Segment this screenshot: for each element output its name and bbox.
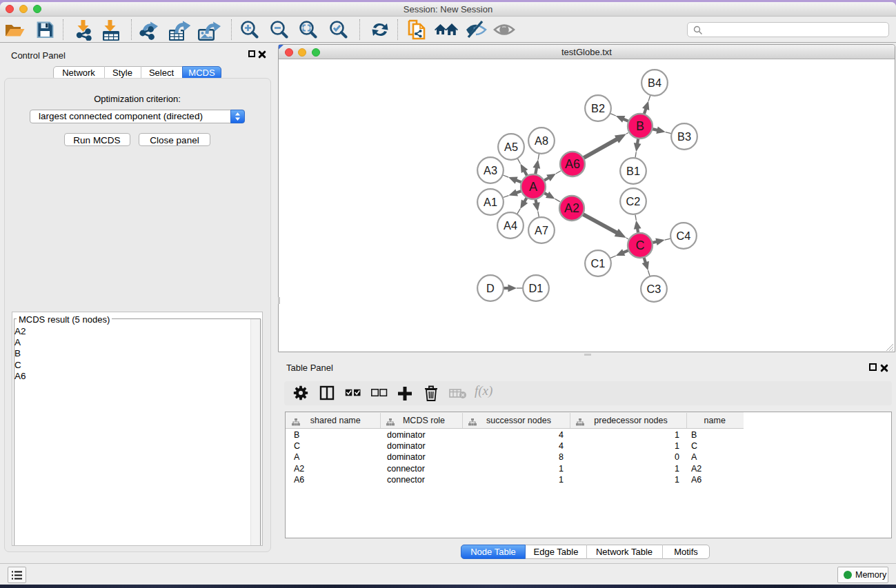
svg-text:B: B	[636, 119, 644, 133]
svg-text:D: D	[486, 282, 495, 294]
svg-text:A7: A7	[535, 224, 548, 236]
svg-text:C3: C3	[647, 283, 661, 295]
svg-text:C4: C4	[677, 230, 691, 242]
svg-text:B4: B4	[648, 77, 661, 89]
svg-text:A4: A4	[504, 219, 517, 232]
svg-text:A3: A3	[484, 164, 497, 176]
svg-text:B2: B2	[591, 102, 605, 114]
svg-text:A6: A6	[565, 157, 580, 171]
svg-text:A5: A5	[504, 141, 518, 153]
svg-text:C: C	[636, 239, 645, 252]
svg-text:C2: C2	[626, 195, 641, 207]
svg-text:B3: B3	[677, 130, 691, 143]
svg-text:D1: D1	[529, 282, 544, 294]
svg-text:C1: C1	[591, 257, 606, 270]
svg-text:A: A	[529, 180, 537, 194]
svg-text:A1: A1	[484, 196, 497, 208]
svg-text:A2: A2	[564, 201, 579, 215]
svg-text:A8: A8	[535, 134, 548, 147]
svg-text:B1: B1	[626, 165, 640, 177]
